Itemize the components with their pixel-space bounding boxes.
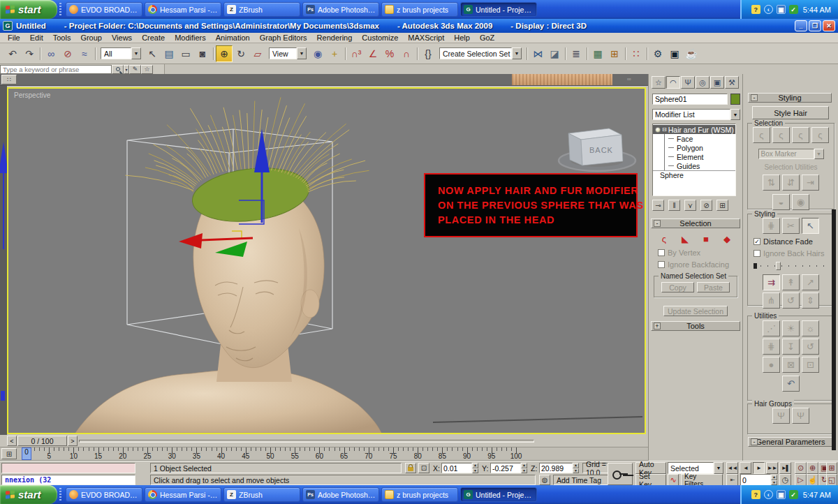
hair-guides-subobject-icon[interactable]: ς xyxy=(656,232,672,245)
hair-scale-icon[interactable]: ⇕ xyxy=(802,292,819,309)
paste-button[interactable]: Paste xyxy=(697,282,730,292)
redo-icon[interactable]: ↷ xyxy=(21,45,38,62)
task-photoshop[interactable]: Adobe Photoshop xyxy=(302,2,379,17)
hierarchy-tab-icon[interactable]: Ψ xyxy=(681,76,695,89)
select-guides-icon-4[interactable]: ς xyxy=(811,127,829,143)
show-end-result-icon[interactable]: ‖ xyxy=(668,200,680,211)
task-zbrush[interactable]: ZBrush xyxy=(223,2,300,17)
menu-item[interactable]: Customize xyxy=(357,34,403,42)
angle-snap-icon[interactable]: ∠ xyxy=(365,45,381,62)
maxscript-mini-listener[interactable]: nnexion (32 xyxy=(1,475,135,485)
unlink-selection-icon[interactable]: ⊘ xyxy=(59,45,76,62)
dropdown-arrow-icon[interactable]: ▼ xyxy=(814,149,824,159)
task-zbrush[interactable]: ZBrush xyxy=(223,487,300,502)
viewport-label[interactable]: Perspective xyxy=(14,91,50,99)
field-of-view-icon[interactable]: ▷ xyxy=(795,474,807,486)
toolbar-button[interactable] xyxy=(38,45,43,62)
search-options-button[interactable]: ▾ xyxy=(124,65,129,74)
select-by-name-icon[interactable]: ▤ xyxy=(161,45,177,62)
select-and-rotate-icon[interactable]: ↻ xyxy=(233,45,249,62)
reference-coordinate-dropdown[interactable]: View xyxy=(266,45,309,62)
utilities-tab-icon[interactable]: ⚒ xyxy=(725,76,739,89)
pin-stack-icon[interactable]: ⊸ xyxy=(652,200,664,211)
hair-translate-icon[interactable]: ⇉ xyxy=(763,274,780,290)
object-name-field[interactable] xyxy=(652,94,728,105)
create-tab-icon[interactable]: ☆ xyxy=(652,76,666,89)
task-photoshop[interactable]: Adobe Photoshop - [... xyxy=(302,487,379,502)
communicator-icon[interactable]: ◍ xyxy=(539,475,550,485)
menu-item[interactable]: Help xyxy=(449,34,475,42)
minimize-button[interactable]: _ xyxy=(795,20,807,31)
split-hair-group-icon[interactable]: Ψ xyxy=(772,408,790,424)
make-unique-icon[interactable]: ⋎ xyxy=(684,200,696,211)
modifier-list-dropdown[interactable]: Modifier List xyxy=(652,109,730,120)
update-selection-button[interactable]: Update Selection xyxy=(663,306,728,316)
menu-item[interactable]: MAXScript xyxy=(403,34,449,42)
timeline-ruler[interactable]: 0 05101520253035404550556065707580859095… xyxy=(20,447,534,461)
key-filters-button[interactable]: Key Filters... xyxy=(681,474,723,486)
hair-brush-icon[interactable]: ⋕ xyxy=(763,218,780,234)
search-button[interactable] xyxy=(112,65,124,74)
box-marker-dropdown[interactable]: Box Marker ▼ xyxy=(758,149,824,159)
modifier-stack-item[interactable]: ⊟ Guides xyxy=(653,161,735,170)
time-slider-track[interactable] xyxy=(79,440,534,443)
recomb-icon[interactable]: ⋕ xyxy=(763,339,780,355)
schematic-view-icon[interactable]: ⊞ xyxy=(606,45,623,62)
open-mini-curve-editor-button[interactable]: ⊞ xyxy=(1,448,17,459)
go-to-start-button[interactable]: ◄◄ xyxy=(726,462,738,474)
help-tray-icon[interactable]: ? xyxy=(751,5,760,14)
copy-button[interactable]: Copy xyxy=(661,282,694,292)
bind-to-space-warp-icon[interactable]: ≈ xyxy=(76,45,93,62)
render-setup-icon[interactable]: ⚙ xyxy=(649,45,666,62)
display-tab-icon[interactable]: ▣ xyxy=(710,76,724,89)
menu-item[interactable]: Tools xyxy=(48,34,76,42)
start-button[interactable]: start xyxy=(0,0,57,19)
set-key-mode-icon[interactable]: ∿ xyxy=(668,474,679,486)
set-key-button[interactable]: Set Key xyxy=(635,474,666,486)
select-object-icon[interactable]: ↖ xyxy=(144,45,161,62)
task-folder[interactable]: z brush projects xyxy=(381,2,458,17)
material-editor-icon[interactable]: ∷ xyxy=(628,45,645,62)
titlebar[interactable]: G Untitled - Project Folder: C:\Document… xyxy=(0,19,838,33)
toolbar-button[interactable] xyxy=(93,45,98,62)
motion-tab-icon[interactable]: ◎ xyxy=(696,76,710,89)
help-tray-icon[interactable]: ? xyxy=(751,490,760,499)
previous-frame-button[interactable]: ◄ xyxy=(740,462,751,474)
modifier-stack-item[interactable]: ⊟ Polygon xyxy=(653,143,735,152)
element-subobject-icon[interactable]: ◆ xyxy=(719,232,735,245)
next-frame-button[interactable]: ►► xyxy=(766,462,778,474)
search-input[interactable] xyxy=(0,65,112,74)
task-chrome[interactable]: Hessam Parsi - Googl... xyxy=(145,2,221,17)
attenuate-icon[interactable]: ⋰ xyxy=(763,320,780,336)
dropdown-arrow-icon[interactable] xyxy=(131,47,141,59)
ignore-back-hairs-checkbox[interactable] xyxy=(754,250,760,257)
connection-tray-icon[interactable]: ‹ xyxy=(764,5,773,14)
pop-selected-icon[interactable]: ☼ xyxy=(802,320,819,336)
by-vertex-checkbox[interactable] xyxy=(658,249,665,256)
modifier-stack-item[interactable]: ⊟ Sphere xyxy=(653,170,735,179)
absolute-mode-icon[interactable]: ⊡ xyxy=(418,463,429,473)
modify-tab-icon[interactable]: ◠ xyxy=(666,76,680,89)
go-to-end-button[interactable]: ►▌ xyxy=(779,462,791,474)
close-button[interactable]: ✕ xyxy=(823,20,835,31)
perspective-viewport[interactable]: BACK Perspective NOW APPLY HAIR AND FUR … xyxy=(7,87,646,434)
collapse-icon[interactable]: ⊟ xyxy=(662,126,667,133)
z-spinner[interactable]: ▲▼ xyxy=(573,463,579,473)
x-spinner[interactable]: ▲▼ xyxy=(472,463,478,473)
menu-item[interactable]: Graph Editors xyxy=(255,34,312,42)
selection-lock-icon[interactable] xyxy=(405,463,416,473)
select-by-surface-icon[interactable]: ◒ xyxy=(772,194,790,210)
viewport-canvas[interactable]: BACK xyxy=(8,89,645,433)
next-frame-arrow[interactable]: > xyxy=(68,436,78,446)
zoom-extents-all-icon[interactable]: ⊞ xyxy=(826,462,837,474)
network-tray-icon[interactable]: ▣ xyxy=(777,5,786,14)
maximize-viewport-icon[interactable]: ◱ xyxy=(826,474,837,486)
dropdown-arrow-icon[interactable] xyxy=(297,47,307,59)
toolbar-button[interactable] xyxy=(343,45,348,62)
modifier-list-arrow-icon[interactable]: ▼ xyxy=(730,109,740,120)
menu-item[interactable]: File xyxy=(3,34,25,42)
unlock-selected-icon[interactable]: ⊡ xyxy=(802,357,819,373)
frame-spinner[interactable]: ▲▼ xyxy=(771,475,777,485)
menu-item[interactable]: GoZ xyxy=(475,34,499,42)
panel-scrollbar[interactable] xyxy=(832,209,836,450)
